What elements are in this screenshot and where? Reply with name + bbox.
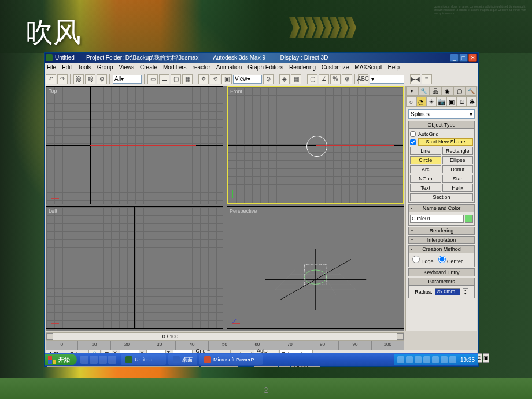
object-name-field[interactable]: Circle01 [410,215,464,223]
autogrid-checkbox[interactable] [410,131,416,137]
spacewarps-cat[interactable]: ≋ [457,97,467,107]
select-button[interactable]: ▭ [147,74,158,84]
tray-icon[interactable] [423,356,430,363]
maximize-button[interactable]: ▢ [459,54,468,62]
name-color-rollout[interactable]: -Name and Color [408,204,475,212]
edge-radio[interactable]: Edge [412,256,434,264]
named-sets-dropdown[interactable]: ▾ [370,75,404,84]
mirror-button[interactable]: ▶◀ [410,74,420,84]
selection-filter[interactable]: All ▾ [113,75,142,84]
select-name-button[interactable]: ☰ [159,74,169,84]
star-button[interactable]: Star [442,175,474,183]
category-dropdown[interactable]: Splines▾ [408,109,475,119]
minimize-button[interactable]: _ [450,54,459,62]
unlink-button[interactable]: ⛓ [85,74,95,84]
select-region-button[interactable]: ▢ [171,74,181,84]
display-tab[interactable]: ▢ [453,86,466,96]
menu-reactor[interactable]: reactor [193,64,210,71]
menu-animation[interactable]: Animation [216,64,242,71]
radius-spinner[interactable]: ▴▾ [463,288,468,295]
menu-maxscript[interactable]: MAXScript [354,64,382,71]
interpolation-rollout[interactable]: +Interpolation [408,236,475,244]
snap-angle-button[interactable]: ∠ [319,74,329,84]
spinner-snap-button[interactable]: ⊕ [342,74,352,84]
rotate-button[interactable]: ⟲ [210,74,220,84]
tray-icon[interactable] [449,356,456,363]
modify-tab[interactable]: 🔧 [418,86,430,96]
menu-create[interactable]: Create [140,64,157,71]
slider-thumb[interactable] [46,333,53,340]
text-button[interactable]: Text [410,184,441,192]
ellipse-button[interactable]: Ellipse [442,156,474,164]
link-button[interactable]: ⛓ [73,74,84,84]
menu-modifiers[interactable]: Modifiers [163,64,187,71]
shapes-cat[interactable]: ◔ [416,97,427,107]
menu-edit[interactable]: Edit [62,64,72,71]
clock[interactable]: 19:35 [460,357,475,363]
tray-icon[interactable] [441,356,448,363]
named-sets-button[interactable]: ABC [358,74,368,84]
manipulate-button[interactable]: ◈ [279,74,290,84]
align-button[interactable]: ≡ [422,74,432,84]
lights-cat[interactable]: ☀ [426,97,437,107]
line-button[interactable]: Line [410,147,441,155]
window-crossing-button[interactable]: ▦ [182,74,193,84]
menu-views[interactable]: Views [119,64,135,71]
circle-button[interactable]: Circle [410,156,441,164]
redo-button[interactable]: ↷ [57,74,68,84]
ql-icon[interactable] [90,356,98,364]
snap-percent-button[interactable]: % [330,74,341,84]
create-tab[interactable]: ✦ [406,86,418,96]
startnew-checkbox[interactable] [410,139,416,145]
tray-icon[interactable] [415,356,422,363]
ngon-button[interactable]: NGon [410,175,441,183]
move-button[interactable]: ✥ [198,74,209,84]
tray-icon[interactable] [397,356,404,363]
object-color-swatch[interactable] [465,215,473,223]
geometry-cat[interactable]: ○ [406,97,416,107]
ql-icon[interactable] [99,356,107,364]
tray-icon[interactable] [432,356,439,363]
rendering-rollout[interactable]: +Rendering [408,227,475,235]
scale-button[interactable]: ▣ [221,74,232,84]
motion-tab[interactable]: ◉ [442,86,454,96]
creation-method-rollout[interactable]: -Creation Method [408,245,475,253]
ref-coord-system[interactable]: View ▾ [233,75,262,84]
menu-rendering[interactable]: Rendering [289,64,316,71]
systems-cat[interactable]: ✱ [467,97,477,107]
bind-button[interactable]: ⊕ [97,74,107,84]
center-button[interactable]: ⊙ [263,74,274,84]
keyboard-entry-rollout[interactable]: +Keyboard Entry [408,268,475,276]
undo-button[interactable]: ↶ [46,74,56,84]
object-type-rollout[interactable]: -Object Type [408,121,475,129]
radius-field[interactable]: 25.0mm [435,288,460,295]
keyboard-shortcut-button[interactable]: ▦ [291,74,301,84]
ql-icon[interactable] [80,356,88,364]
rectangle-button[interactable]: Rectangle [442,147,474,155]
viewport-perspective[interactable]: Perspective [227,206,404,329]
ql-icon[interactable] [108,356,116,364]
menu-group[interactable]: Group [97,64,113,71]
task-powerpoint[interactable]: Microsoft PowerP... [200,354,263,365]
center-radio[interactable]: Center [438,256,463,264]
time-slider[interactable]: 0 / 100 [46,332,404,341]
cameras-cat[interactable]: 📷 [437,97,447,107]
viewport-left[interactable]: Left [46,206,223,329]
utilities-tab[interactable]: 🔨 [466,86,478,96]
helix-button[interactable]: Helix [442,184,474,192]
menu-file[interactable]: File [47,64,56,71]
snap-2d-button[interactable]: ▢ [307,74,317,84]
section-button[interactable]: Section [410,193,473,201]
task-desktop[interactable]: 桌面 [168,354,197,365]
viewport-top[interactable]: Top [46,86,223,204]
start-new-shape-toggle[interactable]: Start New Shape [418,138,473,146]
helpers-cat[interactable]: ▣ [446,97,457,107]
task-3dsmax[interactable]: Untitled - ... [121,354,166,365]
menu-tools[interactable]: Tools [77,64,91,71]
close-button[interactable]: ✕ [468,54,477,62]
menu-help[interactable]: Help [388,64,400,71]
parameters-rollout[interactable]: -Parameters [408,278,475,286]
viewport-front[interactable]: Front [227,86,404,204]
tray-icon[interactable] [406,356,413,363]
hierarchy-tab[interactable]: 品 [430,86,442,96]
